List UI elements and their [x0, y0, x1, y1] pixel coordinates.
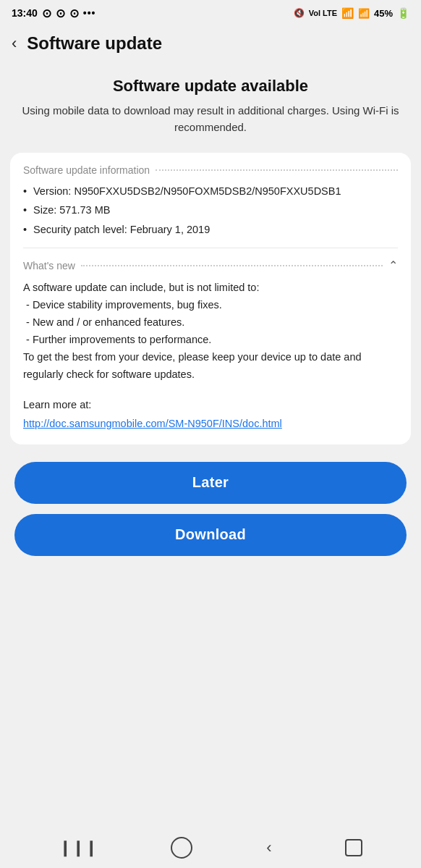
- list-item: Version: N950FXXU5DSB2/N950FOXM5DSB2/N95…: [23, 183, 398, 199]
- header: ‹ Software update: [0, 26, 421, 64]
- info-card: Software update information Version: N95…: [10, 153, 411, 444]
- back-button[interactable]: ‹: [12, 34, 17, 53]
- card-divider: [23, 248, 398, 248]
- volume-icon: 🔇: [294, 8, 305, 18]
- time: 13:40: [12, 7, 38, 19]
- update-info-header: Software update information: [23, 164, 398, 176]
- buttons-section: Later Download: [0, 455, 421, 563]
- page-title: Software update: [27, 33, 162, 54]
- vol-lte-label: Vol LTE: [309, 9, 337, 17]
- list-item: Size: 571.73 MB: [23, 202, 398, 218]
- list-item: Security patch level: February 1, 2019: [23, 222, 398, 237]
- whats-new-body: A software update can include, but is no…: [23, 279, 398, 384]
- nav-home-icon[interactable]: [171, 837, 192, 859]
- bottom-nav: ❙❙❙ ‹: [0, 827, 421, 868]
- status-icon-2: ⊙: [56, 7, 65, 20]
- battery-icon: 🔋: [397, 7, 409, 19]
- learn-more-link[interactable]: http://doc.samsungmobile.com/SM-N950F/IN…: [23, 418, 282, 429]
- learn-more-label: Learn more at:: [23, 397, 398, 414]
- later-button[interactable]: Later: [14, 462, 407, 504]
- dotted-divider-1: [156, 169, 398, 171]
- whats-new-header: What's new ⌃: [23, 258, 398, 272]
- whats-new-content: A software update can include, but is no…: [23, 279, 398, 432]
- update-info-label: Software update information: [23, 164, 150, 176]
- update-info-list: Version: N950FXXU5DSB2/N950FOXM5DSB2/N95…: [23, 183, 398, 237]
- dotted-divider-2: [81, 265, 383, 266]
- signal-icon: 📶: [358, 8, 370, 19]
- status-bar-left: 13:40 ⊙ ⊙ ⊙ •••: [12, 7, 96, 20]
- status-icon-1: ⊙: [42, 7, 51, 20]
- battery-level: 45%: [374, 8, 393, 19]
- download-button[interactable]: Download: [14, 514, 407, 556]
- status-icon-3: ⊙: [69, 7, 79, 20]
- nav-app-icon[interactable]: [345, 839, 362, 856]
- hero-section: Software update available Using mobile d…: [0, 64, 421, 153]
- status-bar: 13:40 ⊙ ⊙ ⊙ ••• 🔇 Vol LTE 📶 📶 45% 🔋: [0, 0, 421, 26]
- wifi-icon: 📶: [341, 7, 354, 19]
- chevron-up-icon[interactable]: ⌃: [388, 258, 398, 272]
- hero-title: Software update available: [22, 77, 399, 96]
- status-bar-right: 🔇 Vol LTE 📶 📶 45% 🔋: [294, 7, 409, 19]
- hero-subtitle: Using mobile data to download may result…: [22, 103, 399, 135]
- nav-recent-icon[interactable]: ❙❙❙: [59, 838, 98, 857]
- status-dots: •••: [83, 7, 96, 19]
- whats-new-label: What's new: [23, 260, 75, 271]
- nav-back-icon[interactable]: ‹: [266, 838, 271, 857]
